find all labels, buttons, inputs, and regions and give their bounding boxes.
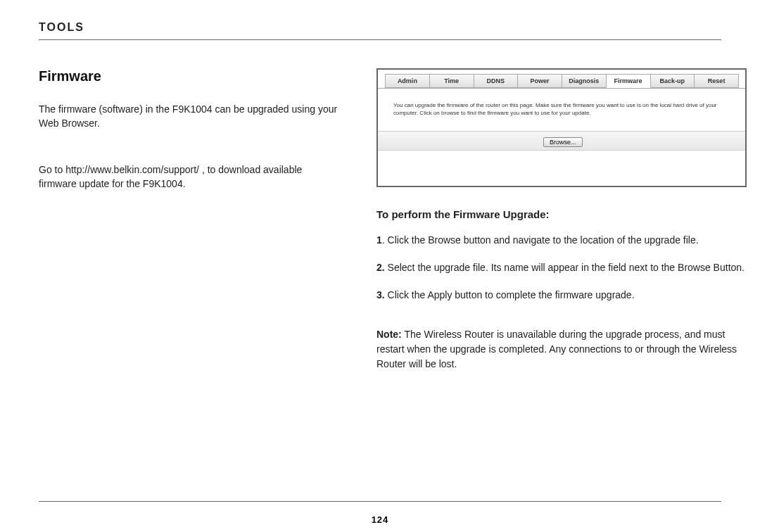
header-divider: [39, 39, 721, 40]
left-column: Firmware The firmware (software) in the …: [39, 68, 341, 372]
tab-bar: Admin Time DDNS Power Diagnosis Firmware…: [378, 70, 745, 89]
step-2-number: 2.: [376, 262, 385, 273]
page-title: Firmware: [39, 68, 341, 84]
tab-power[interactable]: Power: [517, 74, 562, 88]
tab-reset[interactable]: Reset: [694, 74, 739, 88]
intro-paragraph-2: Go to http://www.belkin.com/support/ , t…: [39, 163, 341, 191]
step-3-number: 3.: [376, 289, 385, 300]
router-ui-screenshot: Admin Time DDNS Power Diagnosis Firmware…: [376, 68, 747, 187]
intro-paragraph-1: The firmware (software) in the F9K1004 c…: [39, 102, 341, 131]
tab-diagnosis[interactable]: Diagnosis: [562, 74, 607, 88]
right-column: Admin Time DDNS Power Diagnosis Firmware…: [376, 68, 747, 372]
step-2-text: Select the upgrade file. Its name will a…: [385, 262, 745, 273]
step-3: 3. Click the Apply button to complete th…: [376, 288, 747, 303]
tab-time[interactable]: Time: [429, 74, 474, 88]
step-1: 1. Click the Browse button and navigate …: [376, 233, 747, 248]
browse-row: Browse...: [378, 131, 745, 151]
tab-firmware[interactable]: Firmware: [606, 74, 651, 88]
step-3-text: Click the Apply button to complete the f…: [385, 289, 635, 300]
tab-backup[interactable]: Back-up: [650, 74, 695, 88]
note-text: The Wireless Router is unavailable durin…: [376, 329, 737, 369]
page-number: 124: [0, 514, 760, 525]
footer-divider: [39, 501, 721, 502]
steps-heading: To perform the Firmware Upgrade:: [376, 208, 747, 220]
note-label: Note:: [376, 329, 402, 340]
step-2: 2. Select the upgrade file. Its name wil…: [376, 260, 747, 275]
tab-ddns[interactable]: DDNS: [474, 74, 519, 88]
note-paragraph: Note: The Wireless Router is unavailable…: [376, 327, 747, 372]
tab-admin[interactable]: Admin: [385, 74, 430, 88]
step-1-text: . Click the Browse button and navigate t…: [382, 234, 699, 246]
browse-button[interactable]: Browse...: [543, 137, 583, 147]
section-header: TOOLS: [39, 21, 721, 34]
step-1-number: 1: [376, 234, 382, 246]
screenshot-body-text: You can upgrade the firmware of the rout…: [393, 101, 730, 117]
